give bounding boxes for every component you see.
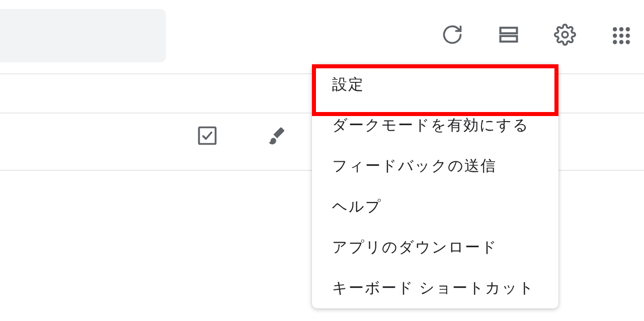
svg-rect-12: [199, 128, 216, 144]
refresh-icon: [441, 24, 463, 48]
toolbar-icons: [441, 24, 633, 47]
svg-point-10: [619, 40, 623, 44]
apps-button[interactable]: [610, 24, 633, 47]
menu-item-settings[interactable]: 設定: [312, 64, 558, 105]
menu-item-download[interactable]: アプリのダウンロード: [312, 227, 558, 268]
svg-point-9: [613, 40, 617, 44]
search-input[interactable]: [0, 9, 166, 62]
new-drawing-button[interactable]: [264, 125, 288, 149]
svg-point-11: [626, 40, 630, 44]
gear-icon: [554, 24, 576, 48]
svg-rect-1: [501, 36, 517, 42]
svg-point-2: [562, 32, 568, 38]
svg-point-4: [619, 27, 623, 31]
svg-point-8: [626, 34, 630, 38]
menu-item-dark-mode[interactable]: ダークモードを有効にする: [312, 105, 558, 146]
svg-point-7: [619, 34, 623, 38]
menu-item-shortcuts[interactable]: キーボード ショートカット: [312, 268, 558, 308]
svg-point-6: [613, 34, 617, 38]
apps-grid-icon: [610, 25, 632, 47]
checkbox-icon: [196, 125, 218, 149]
menu-item-help[interactable]: ヘルプ: [312, 186, 558, 227]
settings-button[interactable]: [553, 24, 577, 47]
refresh-button[interactable]: [441, 24, 464, 47]
list-view-button[interactable]: [497, 24, 520, 47]
list-view-icon: [498, 24, 520, 48]
brush-icon: [265, 125, 287, 149]
menu-item-feedback[interactable]: フィードバックの送信: [312, 146, 558, 186]
svg-rect-0: [501, 28, 517, 33]
new-list-button[interactable]: [195, 125, 219, 149]
top-bar: [0, 0, 644, 74]
note-action-icons: [195, 125, 288, 149]
settings-dropdown-menu: 設定 ダークモードを有効にする フィードバックの送信 ヘルプ アプリのダウンロー…: [312, 64, 558, 308]
svg-point-5: [626, 27, 630, 31]
svg-point-3: [613, 27, 617, 31]
